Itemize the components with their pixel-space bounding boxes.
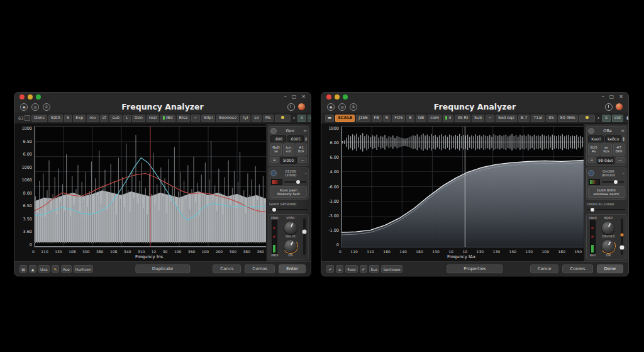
minimize-traffic-light[interactable] bbox=[335, 94, 340, 99]
status-text-button[interactable]: Sonlsooe bbox=[381, 265, 402, 273]
vertical-slider-thumb[interactable] bbox=[620, 246, 625, 250]
chevron-right-icon[interactable]: › bbox=[293, 115, 296, 121]
status-text-button[interactable]: 4oss bbox=[345, 265, 358, 273]
toolbar-button[interactable]: com bbox=[428, 115, 441, 122]
toolbar-button[interactable]: 50tA bbox=[48, 115, 63, 122]
toolbar-button[interactable]: IBd bbox=[160, 115, 175, 122]
status-icon-button[interactable]: ✔ bbox=[326, 265, 334, 273]
status-text-button[interactable]: Hurhcen bbox=[74, 265, 93, 273]
toolbar-button[interactable]: ~ bbox=[486, 115, 494, 122]
value-field[interactable]: 600S bbox=[287, 135, 303, 142]
status-text-button[interactable]: Aco bbox=[61, 265, 72, 273]
toolbar-button[interactable]: Ms bbox=[263, 115, 274, 122]
minimize-icon[interactable]: – bbox=[284, 94, 287, 99]
badge-icon[interactable]: ① bbox=[43, 103, 50, 111]
disc-icon[interactable] bbox=[588, 170, 594, 176]
level-slider[interactable] bbox=[602, 181, 624, 183]
menu-icon[interactable]: ≡ bbox=[303, 129, 307, 133]
status-icon-button[interactable]: ✎ bbox=[52, 265, 59, 273]
status-text-button[interactable]: Uaa bbox=[38, 265, 50, 273]
adjust-value-field[interactable]: 98-0dot bbox=[597, 157, 614, 164]
toolbar-button[interactable]: Sod oqz bbox=[496, 115, 517, 122]
toolbar-button[interactable]: real bbox=[147, 115, 159, 122]
waveform-plot[interactable] bbox=[341, 126, 584, 247]
decrement-button[interactable]: a bbox=[588, 157, 596, 163]
spectrum-plot[interactable] bbox=[34, 126, 266, 247]
record-icon[interactable]: ◉ bbox=[20, 103, 28, 111]
gain-slider[interactable] bbox=[587, 209, 625, 210]
decrement-button[interactable]: ≡ bbox=[270, 157, 279, 163]
badge-icon[interactable]: ④ bbox=[350, 103, 357, 111]
close-traffic-light[interactable] bbox=[19, 94, 25, 99]
secondary-action-button[interactable]: Comos bbox=[245, 264, 275, 273]
confirm-button[interactable]: Enter bbox=[279, 264, 306, 273]
increment-button[interactable]: — bbox=[616, 157, 625, 163]
vertical-slider-thumb[interactable] bbox=[303, 229, 307, 234]
status-icon-button[interactable]: ± bbox=[336, 265, 343, 273]
value-field[interactable]: .806 bbox=[270, 135, 286, 142]
maximize-icon[interactable]: ▢ bbox=[609, 94, 614, 99]
toolbar-view-button[interactable]: sm bbox=[308, 115, 311, 122]
zoom-traffic-light[interactable] bbox=[343, 94, 348, 99]
level-slider-thumb[interactable] bbox=[296, 180, 300, 184]
toolbar-button[interactable]: GB bbox=[416, 115, 427, 122]
clock-icon[interactable] bbox=[287, 103, 295, 111]
sphere-icon[interactable] bbox=[616, 103, 623, 110]
toolbar-button[interactable]: T1al bbox=[531, 115, 545, 122]
toolbar-button[interactable]: tyl bbox=[240, 115, 250, 122]
toolbar-button[interactable]: Boonose bbox=[216, 115, 239, 122]
toolbar-button[interactable]: B bbox=[406, 115, 414, 122]
mode-button[interactable]: #7B66 bbox=[613, 144, 625, 156]
ring-icon[interactable]: ◎ bbox=[338, 103, 346, 111]
toolbar-view-button[interactable]: ≡ bbox=[602, 115, 610, 122]
toolbar-button[interactable]: BIsa bbox=[177, 115, 191, 122]
collapse-icon[interactable]: – bbox=[305, 171, 308, 176]
mode-button[interactable]: NoDse bbox=[270, 144, 282, 156]
toolbar-button[interactable]: J156 bbox=[356, 115, 370, 122]
clock-icon[interactable] bbox=[605, 103, 613, 111]
toolbar-button[interactable]: S bbox=[64, 115, 72, 122]
toolbar-button[interactable]: Sub bbox=[472, 115, 484, 122]
toolbar-button[interactable]: ▬ bbox=[325, 115, 334, 122]
toolbar-button[interactable]: 80 l99k bbox=[558, 115, 578, 122]
toolbar-button[interactable]: sub bbox=[109, 115, 122, 122]
preset-button[interactable]: Kove pashNowssty fash bbox=[270, 186, 307, 198]
duplicate-button[interactable]: Duplicate bbox=[135, 264, 190, 273]
output-knob[interactable] bbox=[602, 240, 614, 253]
status-icon-button[interactable]: ▲ bbox=[29, 265, 36, 273]
level-slider-thumb[interactable] bbox=[614, 180, 618, 184]
level-slider[interactable] bbox=[284, 181, 306, 183]
vertical-slider[interactable] bbox=[303, 219, 306, 255]
indicator-toolbar-button[interactable] bbox=[275, 115, 291, 122]
properties-button[interactable]: Properties bbox=[447, 264, 502, 273]
indicator-toolbar-button[interactable] bbox=[579, 115, 595, 122]
gain-slider-thumb[interactable] bbox=[272, 208, 276, 212]
collapse-icon[interactable]: – bbox=[623, 171, 625, 176]
mode-button[interactable]: 8Q5As bbox=[588, 144, 599, 156]
status-icon-button[interactable]: ▤ bbox=[19, 265, 27, 273]
menu-icon[interactable]: ≡ bbox=[621, 129, 625, 133]
toolbar-button[interactable]: FOS bbox=[392, 115, 405, 122]
value-field[interactable]: Kaoti bbox=[588, 135, 604, 142]
confirm-button[interactable]: Done bbox=[597, 264, 623, 273]
gain-slider[interactable] bbox=[270, 209, 308, 210]
minimize-traffic-light[interactable] bbox=[28, 94, 33, 99]
output-knob[interactable] bbox=[284, 240, 297, 253]
sphere-icon[interactable] bbox=[298, 103, 305, 110]
stepper-icon[interactable]: ▲▼ bbox=[305, 137, 307, 142]
gain-slider-thumb[interactable] bbox=[591, 208, 594, 212]
scale-toolbar-button[interactable]: SCALE bbox=[335, 115, 355, 122]
gear-icon[interactable] bbox=[270, 128, 277, 134]
close-traffic-light[interactable] bbox=[326, 94, 331, 99]
maximize-icon[interactable]: ▢ bbox=[292, 94, 297, 99]
toolbar-button[interactable]: sf bbox=[100, 115, 109, 122]
toolbar-button[interactable]: FB bbox=[372, 115, 382, 122]
close-icon[interactable]: ✕ bbox=[619, 94, 623, 99]
toolbar-button[interactable]: Dons bbox=[31, 115, 47, 122]
gain-knob[interactable] bbox=[602, 222, 614, 234]
mode-button[interactable]: #1B0k bbox=[296, 144, 307, 156]
gear-icon[interactable] bbox=[588, 128, 594, 134]
close-icon[interactable]: ✕ bbox=[301, 94, 306, 99]
toolbar-button[interactable]: Den bbox=[132, 115, 145, 122]
toolbar-button[interactable]: B.7 bbox=[518, 115, 530, 122]
